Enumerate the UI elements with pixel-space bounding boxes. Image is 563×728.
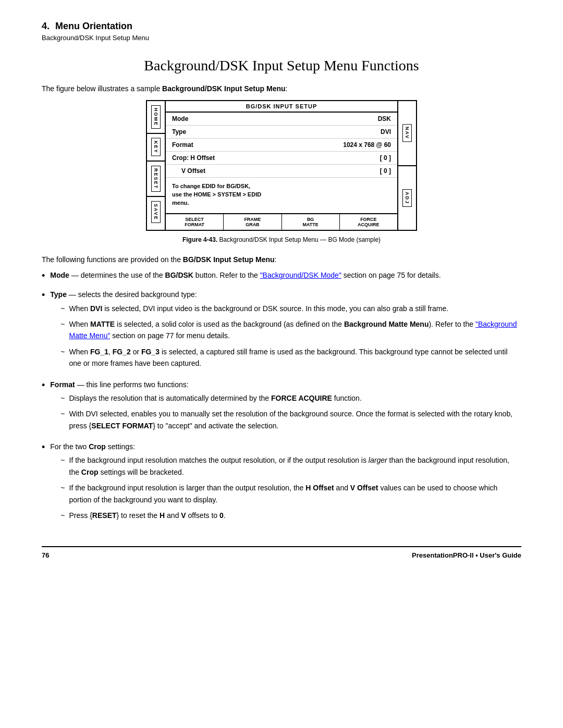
body-intro: The following functions are provided on … [42, 254, 521, 265]
bullet-type: • Type — selects the desired background … [42, 289, 521, 373]
softkey-frame-grab[interactable]: FRAMEGRAB [224, 214, 282, 230]
left-buttons: HOME KEY RESET SAVE [147, 101, 166, 230]
softkey-force-acquire[interactable]: FORCEACQUIRE [340, 214, 397, 230]
link-bg-matte-menu[interactable]: "Background Matte Menu" [69, 320, 517, 340]
menu-rows: Mode DSK Type DVI Format 1024 x 768 @ 60… [166, 113, 397, 177]
menu-row-mode: Mode DSK [166, 113, 397, 126]
key-button[interactable]: KEY [147, 134, 165, 162]
menu-title: BG/DSK INPUT SETUP [166, 101, 397, 113]
section-title: 4. Menu Orientation [42, 21, 521, 32]
softkeys-row: SELECTFORMAT FRAMEGRAB BGMATTE FORCEACQU… [166, 213, 397, 230]
save-button[interactable]: SAVE [147, 197, 165, 227]
menu-row-type: Type DVI [166, 126, 397, 139]
menu-text-block: To change EDID for BG/DSK, use the HOME … [166, 177, 397, 213]
bullet-list: • Mode — determines the use of the BG/DS… [42, 269, 521, 525]
bullet-crop: • For the two Crop settings: ~ If the ba… [42, 441, 521, 525]
page-title: Background/DSK Input Setup Menu Function… [42, 57, 521, 74]
adj-button[interactable]: ADJ [398, 166, 416, 230]
menu-center: BG/DSK INPUT SETUP Mode DSK Type DVI For… [166, 101, 397, 230]
reset-button[interactable]: RESET [147, 162, 165, 197]
page-footer: 76 PresentationPRO-II • User's Guide [42, 546, 521, 559]
intro-paragraph: The figure below illustrates a sample Ba… [42, 84, 521, 93]
body-section: The following functions are provided on … [42, 254, 521, 525]
figure-caption: Figure 4-43. Background/DSK Input Setup … [42, 236, 521, 243]
bullet-mode: • Mode — determines the use of the BG/DS… [42, 269, 521, 283]
footer-page-number: 76 [42, 551, 49, 559]
softkey-select-format[interactable]: SELECTFORMAT [166, 214, 224, 230]
softkey-bg-matte[interactable]: BGMATTE [282, 214, 340, 230]
section-heading: 4. Menu Orientation Background/DSK Input… [42, 21, 521, 42]
nav-button[interactable]: NAV [398, 101, 416, 166]
sub-format-displays: ~ Displays the resolution that is automa… [50, 392, 521, 404]
sub-crop-match: ~ If the background input resolution mat… [50, 454, 521, 478]
footer-title: PresentationPRO-II • User's Guide [412, 551, 521, 559]
sub-crop-reset: ~ Press {RESET} to reset the H and V off… [50, 510, 521, 521]
bullet-format: • Format — this line performs two functi… [42, 379, 521, 436]
menu-row-crop-h: Crop: H Offset [ 0 ] [166, 152, 397, 165]
sub-type-dvi: ~ When DVI is selected, DVI input video … [50, 303, 521, 314]
section-subheading: Background/DSK Input Setup Menu [42, 34, 521, 42]
menu-diagram: HOME KEY RESET SAVE BG/DSK INPUT SETUP M… [146, 100, 417, 231]
menu-row-crop-v: V Offset [ 0 ] [166, 165, 397, 177]
sub-crop-larger: ~ If the background input resolution is … [50, 482, 521, 505]
right-buttons: NAV ADJ [397, 101, 416, 230]
home-button[interactable]: HOME [147, 101, 165, 134]
menu-row-format: Format 1024 x 768 @ 60 [166, 139, 397, 152]
sub-format-dvi: ~ With DVI selected, enables you to manu… [50, 408, 521, 431]
sub-type-matte: ~ When MATTE is selected, a solid color … [50, 318, 521, 342]
link-bg-dsk-mode[interactable]: "Background/DSK Mode" [260, 271, 341, 279]
sub-type-fg: ~ When FG_1, FG_2 or FG_3 is selected, a… [50, 346, 521, 369]
